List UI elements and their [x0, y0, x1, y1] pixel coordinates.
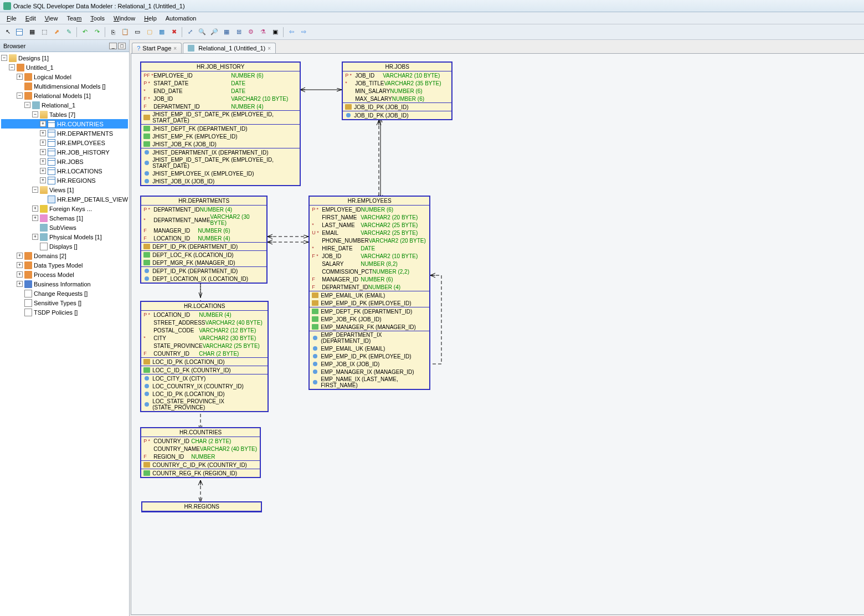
tool-undo-icon[interactable]: ↶ [79, 27, 90, 38]
toolbar-separator [76, 27, 77, 37]
tool-box-icon[interactable]: ▣ [270, 27, 281, 38]
entity-employees[interactable]: HR.EMPLOYEES P *EMPLOYEE_IDNUMBER (6)FIR… [308, 196, 430, 390]
tool-pointer-icon[interactable]: ↖ [2, 27, 13, 38]
close-icon[interactable]: × [173, 45, 177, 52]
column-row: FDEPARTMENT_IDNUMBER (4) [310, 283, 429, 291]
tree-table-departments[interactable]: +HR.DEPARTMENTS [1, 129, 128, 138]
constraint-row: LOC_CITY_IX (CITY) [141, 374, 268, 382]
tab-relational[interactable]: Relational_1 (Untitled_1)× [183, 43, 276, 53]
panel-maximize-icon[interactable]: □ [118, 43, 126, 49]
tool-doc-icon[interactable]: ▭ [132, 27, 143, 38]
tab-start-page[interactable]: ?Start Page× [132, 43, 182, 53]
tree-table-jobhistory[interactable]: +HR.JOB_HISTORY [1, 147, 128, 157]
tool-forward-icon[interactable]: ⇨ [298, 27, 309, 38]
tool-back-icon[interactable]: ⇦ [286, 27, 297, 38]
tool-paste-icon[interactable]: 📋 [120, 27, 131, 38]
menu-edit[interactable]: Edit [21, 14, 40, 23]
tree-fkeys[interactable]: +Foreign Keys ... [1, 204, 128, 213]
entity-departments[interactable]: HR.DEPARTMENTS P *DEPARTMENT_IDNUMBER (4… [140, 196, 268, 284]
tool-redo-icon[interactable]: ↷ [91, 27, 102, 38]
constraint-row: COUNTRY_C_ID_PK (COUNTRY_ID) [141, 461, 260, 469]
entity-regions[interactable]: HR.REGIONS [141, 501, 262, 512]
column-row: MIN_SALARYNUMBER (6) [343, 87, 451, 95]
tool-zoom-out-icon[interactable]: 🔎 [209, 27, 220, 38]
tool-copy-icon[interactable]: ⎘ [107, 27, 119, 38]
menu-automation[interactable]: Automation [161, 14, 201, 23]
tree-physical[interactable]: +Physical Models [1] [1, 232, 128, 242]
tree-business[interactable]: +Business Information [1, 279, 128, 289]
tree-multidim[interactable]: Multidimensional Models [] [1, 81, 128, 91]
constraint-row: LOC_C_ID_FK (COUNTRY_ID) [141, 366, 268, 374]
tool-compare-icon[interactable]: ⚗ [258, 27, 269, 38]
entity-title: HR.COUNTRIES [141, 428, 260, 437]
tree-views[interactable]: −Views [1] [1, 185, 128, 194]
browser-tree[interactable]: −Designs [1] −Untitled_1 +Logical Model … [0, 52, 129, 616]
tool-zoom-fit-icon[interactable]: ⤢ [184, 27, 196, 38]
constraint-row: JHIST_DEPARTMENT_IX (DEPARTMENT_ID) [141, 148, 300, 156]
menu-window[interactable]: Window [109, 14, 140, 23]
tool-view-icon[interactable]: ▦ [27, 27, 38, 38]
tool-image-icon[interactable]: ▩ [156, 27, 167, 38]
close-icon[interactable]: × [268, 45, 271, 52]
menu-team[interactable]: Team [62, 14, 86, 23]
tree-logical[interactable]: +Logical Model [1, 72, 128, 81]
tool-engineer-icon[interactable]: ⚙ [245, 27, 256, 38]
tree-domains[interactable]: +Domains [2] [1, 251, 128, 260]
tree-tables[interactable]: −Tables [7] [1, 110, 128, 119]
editor-tabs: ?Start Page× Relational_1 (Untitled_1)× [130, 40, 864, 53]
tree-untitled[interactable]: −Untitled_1 [1, 63, 128, 72]
tool-table-icon[interactable] [14, 27, 25, 38]
tree-subviews[interactable]: SubViews [1, 223, 128, 232]
tree-table-jobs[interactable]: +HR.JOBS [1, 157, 128, 166]
tree-sensitive[interactable]: Sensitive Types [] [1, 298, 128, 307]
tree-designs[interactable]: −Designs [1] [1, 53, 128, 63]
column-row: FMANAGER_IDNUMBER (6) [310, 275, 429, 283]
entity-job-history[interactable]: HR.JOB_HISTORY PF *EMPLOYEE_IDNUMBER (6)… [140, 61, 301, 186]
column-row: STREET_ADDRESSVARCHAR2 (40 BYTE) [141, 319, 268, 326]
tree-table-countries[interactable]: +HR.COUNTRIES [1, 119, 128, 129]
entity-countries[interactable]: HR.COUNTRIES P *COUNTRY_IDCHAR (2 BYTE)C… [140, 427, 261, 478]
constraint-row: JOB_ID_PK (JOB_ID) [343, 103, 451, 111]
tree-process[interactable]: +Process Model [1, 270, 128, 279]
tree-relmodels[interactable]: −Relational Models [1] [1, 91, 128, 100]
constraint-row: LOC_STATE_PROVINCE_IX (STATE_PROVINCE) [141, 398, 268, 411]
tool-zoom-in-icon[interactable]: 🔍 [197, 27, 208, 38]
menu-file[interactable]: File [2, 14, 21, 23]
menu-help[interactable]: Help [140, 14, 161, 23]
tool-note-icon[interactable]: ✎ [63, 27, 74, 38]
column-row: P *COUNTRY_IDCHAR (2 BYTE) [141, 437, 260, 445]
tool-grid-icon[interactable]: ▦ [221, 27, 232, 38]
column-row: P *DEPARTMENT_IDNUMBER (4) [141, 206, 266, 213]
tree-tsdp[interactable]: TSDP Policies [] [1, 307, 128, 317]
tree-schemas[interactable]: +Schemas [1] [1, 213, 128, 223]
tool-layout-icon[interactable]: ⊞ [233, 27, 244, 38]
constraint-row: EMP_DEPARTMENT_IX (DEPARTMENT_ID) [310, 331, 429, 345]
constraint-row: JHIST_EMP_ID_ST_DATE_PK (EMPLOYEE_ID, ST… [141, 156, 300, 170]
menu-tools[interactable]: Tools [86, 14, 109, 23]
tree-displays[interactable]: Displays [] [1, 242, 128, 251]
entity-title: HR.JOBS [343, 63, 451, 71]
constraint-row: JOB_ID_PK (JOB_ID) [343, 111, 451, 119]
entity-jobs[interactable]: HR.JOBS P *JOB_IDVARCHAR2 (10 BYTE) *JOB… [342, 61, 452, 120]
tree-changereq[interactable]: Change Requests [] [1, 289, 128, 298]
column-row: POSTAL_CODEVARCHAR2 (12 BYTE) [141, 326, 268, 334]
tree-datatypes[interactable]: +Data Types Model [1, 260, 128, 270]
entity-locations[interactable]: HR.LOCATIONS P *LOCATION_IDNUMBER (4)STR… [140, 301, 269, 412]
tree-rel1[interactable]: −Relational_1 [1, 100, 128, 110]
tool-new-icon[interactable]: ▢ [144, 27, 155, 38]
diagram-canvas[interactable]: HR.JOB_HISTORY PF *EMPLOYEE_IDNUMBER (6)… [131, 53, 864, 615]
constraint-row: EMP_JOB_FK (JOB_ID) [310, 315, 429, 323]
tree-table-regions[interactable]: +HR.REGIONS [1, 176, 128, 185]
tool-fk-icon[interactable]: ⬈ [51, 27, 62, 38]
tree-table-employees[interactable]: +HR.EMPLOYEES [1, 138, 128, 147]
tree-table-locations[interactable]: +HR.LOCATIONS [1, 166, 128, 176]
column-row: *JOB_TITLEVARCHAR2 (35 BYTE) [343, 79, 451, 87]
tool-split-icon[interactable]: ⬚ [39, 27, 50, 38]
column-row: *DEPARTMENT_NAMEVARCHAR2 (30 BYTE) [141, 213, 266, 227]
menu-view[interactable]: View [40, 14, 63, 23]
panel-minimize-icon[interactable]: _ [109, 43, 117, 49]
tool-delete-icon[interactable]: ✖ [168, 27, 179, 38]
tree-view-empdetails[interactable]: HR.EMP_DETAILS_VIEW [1, 194, 128, 204]
constraint-row: EMP_DEPT_FK (DEPARTMENT_ID) [310, 307, 429, 315]
constraint-row: JHIST_EMPLOYEE_IX (EMPLOYEE_ID) [141, 170, 300, 177]
